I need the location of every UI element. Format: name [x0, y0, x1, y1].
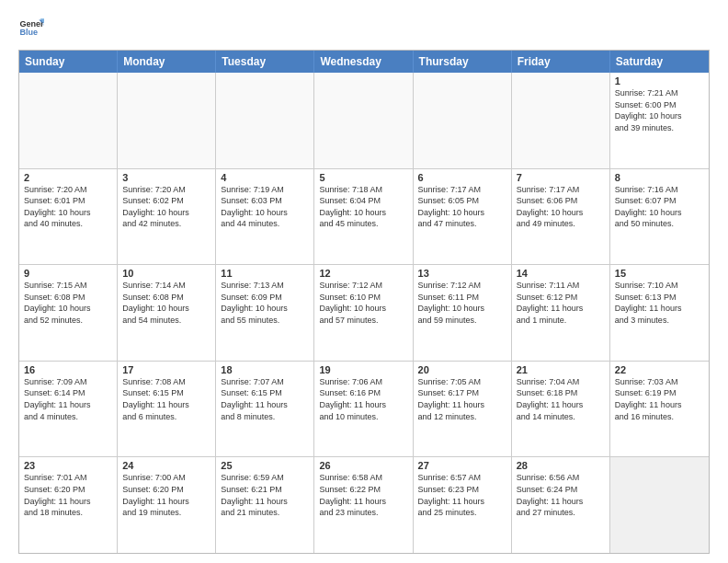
day-number: 23	[24, 460, 112, 471]
header-cell-wednesday: Wednesday	[314, 51, 413, 73]
day-cell-17: 17Sunrise: 7:08 AM Sunset: 6:15 PM Dayli…	[118, 362, 216, 457]
header-cell-saturday: Saturday	[610, 51, 709, 73]
day-number: 1	[615, 75, 704, 86]
day-info: Sunrise: 7:21 AM Sunset: 6:00 PM Dayligh…	[615, 87, 704, 133]
day-info: Sunrise: 7:20 AM Sunset: 6:01 PM Dayligh…	[24, 184, 112, 230]
calendar-row-5: 23Sunrise: 7:01 AM Sunset: 6:20 PM Dayli…	[19, 457, 709, 553]
day-info: Sunrise: 7:18 AM Sunset: 6:04 PM Dayligh…	[319, 184, 407, 230]
day-cell-22: 22Sunrise: 7:03 AM Sunset: 6:19 PM Dayli…	[610, 362, 709, 457]
day-info: Sunrise: 7:04 AM Sunset: 6:18 PM Dayligh…	[517, 376, 605, 422]
header-cell-sunday: Sunday	[19, 51, 118, 73]
day-info: Sunrise: 6:59 AM Sunset: 6:21 PM Dayligh…	[221, 472, 309, 518]
calendar-row-4: 16Sunrise: 7:09 AM Sunset: 6:14 PM Dayli…	[19, 362, 709, 458]
svg-text:Blue: Blue	[19, 28, 38, 37]
day-cell-16: 16Sunrise: 7:09 AM Sunset: 6:14 PM Dayli…	[19, 362, 118, 457]
day-info: Sunrise: 7:17 AM Sunset: 6:05 PM Dayligh…	[418, 184, 506, 230]
day-info: Sunrise: 7:10 AM Sunset: 6:13 PM Dayligh…	[615, 280, 704, 326]
day-info: Sunrise: 7:09 AM Sunset: 6:14 PM Dayligh…	[24, 376, 112, 422]
calendar-row-2: 2Sunrise: 7:20 AM Sunset: 6:01 PM Daylig…	[19, 169, 709, 266]
day-cell-8: 8Sunrise: 7:16 AM Sunset: 6:07 PM Daylig…	[610, 169, 709, 265]
day-number: 9	[24, 268, 112, 279]
day-number: 14	[517, 268, 605, 279]
day-info: Sunrise: 7:20 AM Sunset: 6:02 PM Dayligh…	[122, 184, 210, 230]
day-number: 25	[221, 460, 309, 471]
header-cell-tuesday: Tuesday	[216, 51, 314, 73]
header-cell-friday: Friday	[512, 51, 610, 73]
day-number: 21	[517, 364, 605, 375]
day-number: 11	[221, 268, 309, 279]
day-info: Sunrise: 7:00 AM Sunset: 6:20 PM Dayligh…	[122, 472, 210, 518]
day-cell-14: 14Sunrise: 7:11 AM Sunset: 6:12 PM Dayli…	[512, 265, 610, 361]
calendar-row-3: 9Sunrise: 7:15 AM Sunset: 6:08 PM Daylig…	[19, 265, 709, 362]
day-info: Sunrise: 7:05 AM Sunset: 6:17 PM Dayligh…	[418, 376, 506, 422]
day-number: 15	[615, 268, 704, 279]
day-cell-23: 23Sunrise: 7:01 AM Sunset: 6:20 PM Dayli…	[19, 457, 118, 553]
logo-icon: General Blue	[18, 15, 44, 40]
day-number: 26	[319, 460, 407, 471]
day-info: Sunrise: 7:07 AM Sunset: 6:15 PM Dayligh…	[221, 376, 309, 422]
logo: General Blue	[18, 15, 44, 40]
day-number: 13	[418, 268, 506, 279]
day-cell-1: 1Sunrise: 7:21 AM Sunset: 6:00 PM Daylig…	[610, 73, 709, 168]
day-number: 7	[517, 172, 605, 183]
day-cell-15: 15Sunrise: 7:10 AM Sunset: 6:13 PM Dayli…	[610, 265, 709, 361]
empty-cell	[216, 73, 314, 168]
day-info: Sunrise: 7:13 AM Sunset: 6:09 PM Dayligh…	[221, 280, 309, 326]
day-cell-9: 9Sunrise: 7:15 AM Sunset: 6:08 PM Daylig…	[19, 265, 118, 361]
day-cell-10: 10Sunrise: 7:14 AM Sunset: 6:08 PM Dayli…	[118, 265, 216, 361]
day-info: Sunrise: 7:01 AM Sunset: 6:20 PM Dayligh…	[24, 472, 112, 518]
header-cell-monday: Monday	[118, 51, 216, 73]
day-cell-12: 12Sunrise: 7:12 AM Sunset: 6:10 PM Dayli…	[314, 265, 413, 361]
day-cell-18: 18Sunrise: 7:07 AM Sunset: 6:15 PM Dayli…	[216, 362, 314, 457]
day-info: Sunrise: 6:56 AM Sunset: 6:24 PM Dayligh…	[517, 472, 605, 518]
day-info: Sunrise: 7:11 AM Sunset: 6:12 PM Dayligh…	[517, 280, 605, 326]
day-info: Sunrise: 7:12 AM Sunset: 6:11 PM Dayligh…	[418, 280, 506, 326]
day-number: 18	[221, 364, 309, 375]
calendar-body: 1Sunrise: 7:21 AM Sunset: 6:00 PM Daylig…	[19, 73, 709, 553]
day-cell-2: 2Sunrise: 7:20 AM Sunset: 6:01 PM Daylig…	[19, 169, 118, 265]
day-cell-21: 21Sunrise: 7:04 AM Sunset: 6:18 PM Dayli…	[512, 362, 610, 457]
day-number: 10	[122, 268, 210, 279]
empty-cell	[512, 73, 610, 168]
day-cell-13: 13Sunrise: 7:12 AM Sunset: 6:11 PM Dayli…	[414, 265, 512, 361]
day-cell-24: 24Sunrise: 7:00 AM Sunset: 6:20 PM Dayli…	[118, 457, 216, 553]
day-info: Sunrise: 6:57 AM Sunset: 6:23 PM Dayligh…	[418, 472, 506, 518]
day-cell-6: 6Sunrise: 7:17 AM Sunset: 6:05 PM Daylig…	[414, 169, 512, 265]
day-cell-5: 5Sunrise: 7:18 AM Sunset: 6:04 PM Daylig…	[314, 169, 413, 265]
day-number: 22	[615, 364, 704, 375]
day-number: 5	[319, 172, 407, 183]
day-number: 20	[418, 364, 506, 375]
empty-cell	[414, 73, 512, 168]
day-cell-19: 19Sunrise: 7:06 AM Sunset: 6:16 PM Dayli…	[314, 362, 413, 457]
day-cell-3: 3Sunrise: 7:20 AM Sunset: 6:02 PM Daylig…	[118, 169, 216, 265]
day-number: 24	[122, 460, 210, 471]
calendar-header-row: SundayMondayTuesdayWednesdayThursdayFrid…	[19, 51, 709, 73]
day-cell-7: 7Sunrise: 7:17 AM Sunset: 6:06 PM Daylig…	[512, 169, 610, 265]
header: General Blue	[18, 15, 710, 40]
calendar: SundayMondayTuesdayWednesdayThursdayFrid…	[18, 50, 710, 554]
day-cell-28: 28Sunrise: 6:56 AM Sunset: 6:24 PM Dayli…	[512, 457, 610, 553]
day-number: 19	[319, 364, 407, 375]
day-number: 3	[122, 172, 210, 183]
day-number: 2	[24, 172, 112, 183]
day-info: Sunrise: 7:15 AM Sunset: 6:08 PM Dayligh…	[24, 280, 112, 326]
day-cell-27: 27Sunrise: 6:57 AM Sunset: 6:23 PM Dayli…	[414, 457, 512, 553]
day-info: Sunrise: 7:17 AM Sunset: 6:06 PM Dayligh…	[517, 184, 605, 230]
day-info: Sunrise: 7:06 AM Sunset: 6:16 PM Dayligh…	[319, 376, 407, 422]
day-number: 16	[24, 364, 112, 375]
day-info: Sunrise: 7:14 AM Sunset: 6:08 PM Dayligh…	[122, 280, 210, 326]
empty-cell	[610, 457, 709, 553]
day-info: Sunrise: 7:12 AM Sunset: 6:10 PM Dayligh…	[319, 280, 407, 326]
header-cell-thursday: Thursday	[414, 51, 512, 73]
day-info: Sunrise: 7:08 AM Sunset: 6:15 PM Dayligh…	[122, 376, 210, 422]
empty-cell	[118, 73, 216, 168]
day-cell-11: 11Sunrise: 7:13 AM Sunset: 6:09 PM Dayli…	[216, 265, 314, 361]
day-number: 6	[418, 172, 506, 183]
day-cell-25: 25Sunrise: 6:59 AM Sunset: 6:21 PM Dayli…	[216, 457, 314, 553]
day-cell-4: 4Sunrise: 7:19 AM Sunset: 6:03 PM Daylig…	[216, 169, 314, 265]
day-cell-20: 20Sunrise: 7:05 AM Sunset: 6:17 PM Dayli…	[414, 362, 512, 457]
empty-cell	[314, 73, 413, 168]
empty-cell	[19, 73, 118, 168]
day-info: Sunrise: 6:58 AM Sunset: 6:22 PM Dayligh…	[319, 472, 407, 518]
day-number: 8	[615, 172, 704, 183]
